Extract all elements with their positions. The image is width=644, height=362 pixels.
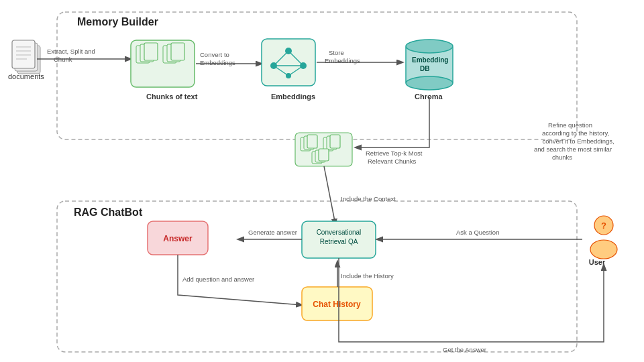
user-icon: ? xyxy=(590,216,617,259)
svg-point-28 xyxy=(406,40,453,53)
chunks-box xyxy=(131,40,195,87)
svg-point-53 xyxy=(590,240,617,259)
svg-text:Chat History: Chat History xyxy=(313,300,361,309)
svg-rect-14 xyxy=(171,43,184,60)
extract-split-label2: Chunk xyxy=(54,56,72,63)
refine-note3: convert it to Embeddings, xyxy=(542,137,614,145)
svg-line-42 xyxy=(324,166,335,225)
svg-rect-35 xyxy=(307,135,317,148)
convert-to-emb-label2: Embeddings xyxy=(200,59,235,66)
relevant-chunks-box xyxy=(295,133,352,166)
embeddings-label: Embeddings xyxy=(271,93,315,101)
documents-icon xyxy=(12,40,40,74)
refine-note: Refine question xyxy=(548,121,592,129)
svg-rect-16 xyxy=(262,39,315,86)
include-context-label: Include the Context xyxy=(341,195,396,202)
svg-text:?: ? xyxy=(601,221,606,231)
chroma-box: Embedding DB xyxy=(406,40,453,90)
refine-note5: chunks xyxy=(552,154,572,161)
answer-box: Answer xyxy=(148,221,208,255)
chroma-label: Chroma xyxy=(415,93,443,101)
svg-rect-38 xyxy=(330,135,340,148)
refine-note4: and search the most similar xyxy=(534,145,612,153)
retrieve-topk-label: Retrieve Top-k Most xyxy=(366,149,423,157)
svg-text:Answer: Answer xyxy=(163,234,193,243)
store-emb-label: Store xyxy=(329,49,344,56)
svg-text:DB: DB xyxy=(420,65,429,72)
convert-to-emb-label: Convert to xyxy=(200,51,229,58)
svg-rect-41 xyxy=(319,149,329,161)
ask-question-label: Ask a Question xyxy=(456,229,499,236)
embeddings-box xyxy=(262,39,315,86)
svg-text:Retrieval QA: Retrieval QA xyxy=(320,238,358,245)
svg-rect-2 xyxy=(12,40,35,68)
refine-note2: according to the history, xyxy=(542,129,609,137)
retrieve-topk-label2: Relevant Chunks xyxy=(368,158,417,165)
svg-rect-11 xyxy=(144,43,158,60)
generate-answer-label: Generate answer xyxy=(248,229,297,236)
svg-text:Conversational: Conversational xyxy=(317,229,362,236)
get-answer-label: Get the Answer xyxy=(443,346,486,353)
diagram: Memory Builder RAG ChatBot documents Ext… xyxy=(0,0,644,362)
conv-qa-box: Conversational Retrieval QA xyxy=(302,221,376,258)
user-label: User xyxy=(589,258,606,266)
svg-point-29 xyxy=(406,76,453,90)
add-q-a-label: Add question and answer xyxy=(182,276,254,283)
rag-chatbot-title: RAG ChatBot xyxy=(74,206,143,218)
extract-split-label: Extract, Split and xyxy=(47,48,95,55)
include-history-label: Include the History xyxy=(341,272,394,280)
chunks-label: Chunks of text xyxy=(146,93,198,101)
svg-text:Embedding: Embedding xyxy=(412,56,448,64)
documents-label: documents xyxy=(8,72,44,80)
chat-history-box: Chat History xyxy=(302,287,372,320)
store-emb-label2: Embeddings xyxy=(325,57,360,64)
memory-builder-title: Memory Builder xyxy=(77,16,158,27)
